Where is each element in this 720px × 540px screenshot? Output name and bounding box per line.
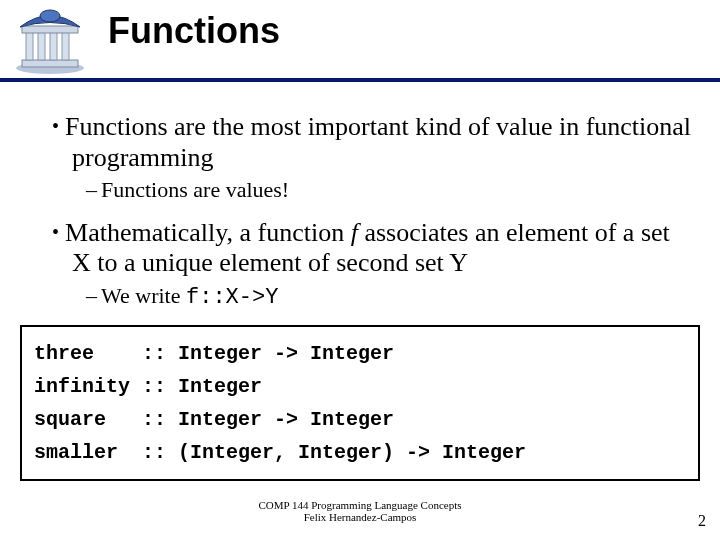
mono-inline: f::X->Y [186,285,278,310]
svg-rect-3 [38,32,45,60]
footer-line2: Felix Hernandez-Campos [0,511,720,524]
code-line: infinity :: Integer [34,375,262,398]
code-line: three :: Integer -> Integer [34,342,394,365]
bullet-level1: •Functions are the most important kind o… [52,112,692,173]
bullet-text-part: Mathematically, a function [65,218,351,247]
svg-rect-2 [26,32,33,60]
header: Functions [0,0,720,82]
bullet-marker: • [52,221,65,243]
italic-f: f [351,218,358,247]
code-box: three :: Integer -> Integer infinity :: … [20,325,700,481]
bullet-text: Functions are the most important kind of… [65,112,691,172]
bullet-level2: –Functions are values! [86,177,692,203]
bullet-marker: • [52,115,65,137]
bullet-text-part: We write [101,283,186,308]
slide-title: Functions [108,10,280,52]
svg-point-7 [40,10,60,22]
bullet-marker: – [86,177,101,202]
svg-rect-1 [22,60,78,67]
logo-icon [8,2,92,76]
bullet-level2: –We write f::X->Y [86,283,692,311]
bullet-text: Functions are values! [101,177,289,202]
content-area: •Functions are the most important kind o… [0,82,720,311]
footer-line1: COMP 144 Programming Language Concepts [0,499,720,512]
page-number: 2 [698,512,706,530]
svg-rect-6 [22,26,78,33]
code-line: smaller :: (Integer, Integer) -> Integer [34,441,526,464]
code-line: square :: Integer -> Integer [34,408,394,431]
bullet-level1: •Mathematically, a function f associates… [52,218,692,279]
bullet-marker: – [86,283,101,308]
slide: Functions •Functions are the most import… [0,0,720,540]
svg-rect-4 [50,32,57,60]
footer: COMP 144 Programming Language Concepts F… [0,499,720,524]
svg-rect-5 [62,32,69,60]
